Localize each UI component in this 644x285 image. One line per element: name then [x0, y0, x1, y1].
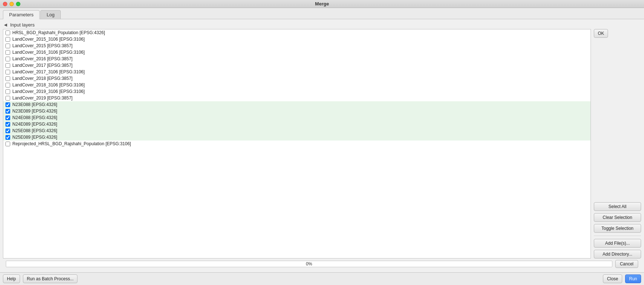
list-item[interactable]: Reprojected_HRSL_BGD_Rajshahi_Population… [3, 141, 591, 147]
list-item[interactable]: LandCover_2019 [EPSG:3857] [3, 95, 591, 101]
list-item[interactable]: LandCover_2016 [EPSG:3857] [3, 56, 591, 62]
layer-checkbox[interactable] [5, 89, 10, 94]
help-button[interactable]: Help [3, 274, 20, 283]
tabs-row: Parameters Log [0, 8, 644, 19]
list-item[interactable]: N23E088 [EPSG:4326] [3, 101, 591, 108]
list-item[interactable]: HRSL_BGD_Rajshahi_Population [EPSG:4326] [3, 29, 591, 36]
list-item[interactable]: LandCover_2015_3106 [EPSG:3106] [3, 36, 591, 42]
layer-name: LandCover_2015_3106 [EPSG:3106] [12, 37, 85, 42]
progress-bar: 0% [6, 261, 612, 267]
layer-name: LandCover_2015 [EPSG:3857] [12, 43, 72, 48]
layer-name: N24E089 [EPSG:4326] [12, 122, 57, 127]
layer-name: LandCover_2016_3106 [EPSG:3106] [12, 50, 85, 55]
toggle-selection-button[interactable]: Toggle Selection [594, 224, 641, 233]
list-item[interactable]: N23E089 [EPSG:4326] [3, 108, 591, 114]
layer-checkbox[interactable] [5, 30, 10, 35]
add-directory-button[interactable]: Add Directory... [594, 250, 641, 258]
layer-name: N25E088 [EPSG:4326] [12, 128, 57, 133]
layer-checkbox[interactable] [5, 57, 10, 61]
layer-checkbox[interactable] [5, 83, 10, 87]
content-area: ◀ Input layers HRSL_BGD_Rajshahi_Populat… [0, 19, 644, 272]
main-window: Parameters Log ◀ Input layers HRSL_BGD_R… [0, 8, 644, 285]
list-item[interactable]: N25E089 [EPSG:4326] [3, 134, 591, 141]
minimize-window-button[interactable] [9, 2, 14, 6]
run-batch-button[interactable]: Run as Batch Process... [23, 274, 78, 283]
progress-row: 0% Cancel [3, 258, 641, 269]
layer-checkbox[interactable] [5, 44, 10, 48]
layer-name: N23E088 [EPSG:4326] [12, 102, 57, 107]
layer-checkbox[interactable] [5, 96, 10, 101]
clear-selection-button[interactable]: Clear Selection [594, 213, 641, 222]
layer-name: N25E089 [EPSG:4326] [12, 135, 57, 140]
section-arrow-icon: ◀ [3, 23, 8, 28]
layer-name: Reprojected_HRSL_BGD_Rajshahi_Population… [12, 141, 131, 146]
list-item[interactable]: LandCover_2017_3106 [EPSG:3106] [3, 69, 591, 75]
run-button[interactable]: Run [625, 274, 641, 283]
layer-checkbox[interactable] [5, 122, 10, 127]
bottom-bar: Help Run as Batch Process... Close Run [0, 272, 644, 285]
layer-name: LandCover_2019_3106 [EPSG:3106] [12, 89, 85, 94]
list-item[interactable]: LandCover_2016_3106 [EPSG:3106] [3, 49, 591, 56]
list-item[interactable]: LandCover_2019_3106 [EPSG:3106] [3, 88, 591, 95]
layer-checkbox[interactable] [5, 102, 10, 107]
layer-checkbox[interactable] [5, 76, 10, 81]
layer-checkbox[interactable] [5, 142, 10, 146]
list-item[interactable]: N24E088 [EPSG:4326] [3, 114, 591, 121]
layer-checkbox[interactable] [5, 115, 10, 120]
layer-name: LandCover_2019 [EPSG:3857] [12, 95, 72, 101]
right-panel: OK Select All Clear Selection Toggle Sel… [594, 29, 641, 258]
layer-checkbox[interactable] [5, 109, 10, 114]
list-item[interactable]: N24E089 [EPSG:4326] [3, 121, 591, 127]
layer-name: LandCover_2018 [EPSG:3857] [12, 76, 72, 81]
tab-parameters[interactable]: Parameters [3, 10, 40, 19]
layer-name: LandCover_2016 [EPSG:3857] [12, 56, 72, 61]
window-controls[interactable] [3, 2, 20, 6]
list-item[interactable]: LandCover_2018_3106 [EPSG:3106] [3, 82, 591, 88]
list-item[interactable]: N25E088 [EPSG:4326] [3, 127, 591, 134]
layer-name: HRSL_BGD_Rajshahi_Population [EPSG:4326] [12, 30, 105, 35]
layer-checkbox[interactable] [5, 135, 10, 140]
main-body: HRSL_BGD_Rajshahi_Population [EPSG:4326]… [3, 29, 641, 258]
title-bar: Merge [0, 0, 644, 8]
layer-checkbox[interactable] [5, 37, 10, 42]
section-label: Input layers [10, 22, 35, 28]
list-item[interactable]: LandCover_2018 [EPSG:3857] [3, 75, 591, 82]
list-item[interactable]: LandCover_2017 [EPSG:3857] [3, 62, 591, 69]
close-window-button[interactable] [3, 2, 7, 6]
layer-name: N23E089 [EPSG:4326] [12, 109, 57, 114]
select-all-button[interactable]: Select All [594, 202, 641, 211]
ok-button[interactable]: OK [594, 29, 608, 38]
layer-checkbox[interactable] [5, 63, 10, 68]
progress-label: 0% [6, 261, 612, 267]
cancel-button[interactable]: Cancel [615, 260, 638, 268]
layer-name: LandCover_2018_3106 [EPSG:3106] [12, 82, 85, 87]
layers-list[interactable]: HRSL_BGD_Rajshahi_Population [EPSG:4326]… [3, 29, 591, 258]
bottom-bar-right: Close Run [603, 274, 641, 283]
maximize-window-button[interactable] [16, 2, 20, 6]
list-item[interactable]: LandCover_2015 [EPSG:3857] [3, 42, 591, 49]
window-title: Merge [315, 1, 329, 7]
section-header: ◀ Input layers [3, 22, 641, 28]
add-files-button[interactable]: Add File(s)... [594, 239, 641, 248]
layer-checkbox[interactable] [5, 70, 10, 74]
close-button[interactable]: Close [603, 274, 622, 283]
layer-checkbox[interactable] [5, 129, 10, 133]
tab-log[interactable]: Log [40, 10, 61, 19]
layer-name: LandCover_2017 [EPSG:3857] [12, 63, 72, 68]
layer-name: LandCover_2017_3106 [EPSG:3106] [12, 69, 85, 74]
layer-name: N24E088 [EPSG:4326] [12, 115, 57, 120]
layer-checkbox[interactable] [5, 50, 10, 55]
